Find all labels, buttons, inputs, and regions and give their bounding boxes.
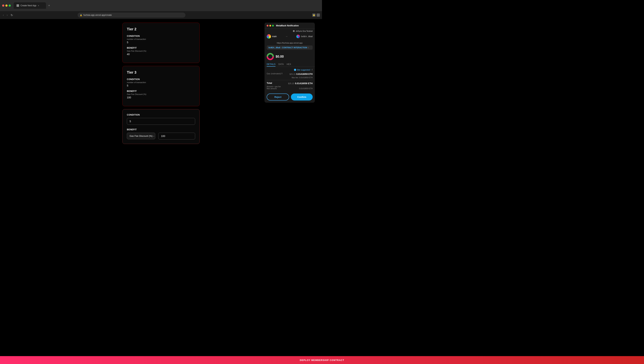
tiers-container: Tier 2 CONDITION number of transaction 5… — [122, 22, 200, 144]
mm-max-fee-row: Max fee: 0.01418059 ETH — [267, 77, 313, 78]
mm-divider — [267, 80, 313, 80]
menu-icon[interactable]: ⋯ — [316, 14, 320, 17]
tab-title: Create Next App — [21, 4, 36, 7]
address-bar[interactable]: 🔒 fuchsia-app.vercel.app/create — [78, 12, 185, 18]
mm-maxamount-row: Max amount: 0.01418059 ETH — [267, 88, 313, 90]
tab-favicon — [17, 4, 19, 7]
tier2-condition-value: 5 — [127, 41, 195, 44]
mm-contract-info-icon: ℹ — [308, 47, 309, 49]
mm-gas-text: Gas — [267, 72, 270, 75]
mm-gas-estimated: (estimated) — [271, 72, 281, 75]
mm-close-btn[interactable] — [267, 25, 268, 26]
mm-from-name: main — [272, 35, 277, 38]
tier3-condition-value: 5 — [127, 84, 195, 87]
back-button[interactable]: ‹ — [2, 13, 5, 18]
new-tab-button[interactable]: + — [48, 4, 50, 8]
mm-site-row: https://fuchsia-app.vercel.app — [264, 40, 315, 46]
mm-minimize-btn[interactable] — [269, 25, 271, 26]
tier3-title: Tier 3 — [127, 70, 195, 74]
form-condition-label: CONDITION — [127, 114, 195, 116]
tier2-condition-sublabel: number of transaction — [127, 38, 195, 40]
mm-to-address: 0x9E4...88a8 — [301, 35, 313, 38]
refresh-button[interactable]: ↻ — [10, 13, 14, 18]
tier2-card: Tier 2 CONDITION number of transaction 5… — [122, 22, 200, 63]
mm-total-label: Total — [267, 82, 272, 84]
mm-chevron-right-icon: › — [311, 69, 311, 71]
browser-chrome: Create Next App ✕ + — [0, 0, 322, 11]
select-wrapper: Gas Fee Discount (%) — [127, 133, 156, 140]
mm-tab-details[interactable]: DETAILS — [267, 62, 275, 66]
mm-total-row: Total $25.15 0.01418059 ETH — [267, 82, 313, 85]
mm-site-url: https://fuchsia-app.vercel.app — [277, 42, 302, 44]
tier3-condition-label: CONDITION — [127, 78, 195, 80]
mm-network-label: zkSync Era Testnet — [296, 30, 313, 32]
tab-close-icon[interactable]: ✕ — [38, 5, 39, 7]
mm-tab-data[interactable]: DATA — [278, 62, 284, 66]
minimize-button[interactable] — [6, 4, 8, 7]
mm-pie-chart — [267, 53, 274, 60]
mm-maxamount-value: 0.01418059 ETH — [299, 88, 313, 90]
mm-site-icon: 🌐 — [294, 69, 296, 71]
mm-gas-usd: $25.15 — [289, 73, 295, 75]
lock-icon: 🔒 — [80, 14, 82, 16]
mm-gas-row: Gas (estimated) ℹ $25.15 0.01418059 ETH — [267, 72, 313, 76]
mm-gas-label: Gas (estimated) ℹ — [267, 72, 282, 75]
tier3-benefit-sublabel: Gas Fee Discount (%) — [127, 93, 195, 95]
mm-total-usd: $25.15 — [288, 82, 294, 84]
traffic-lights — [2, 4, 11, 7]
mm-contract-text: 0x9E4...88a8 : CONTRACT INTERACTION — [268, 46, 307, 49]
address-bar-row: ‹ › ↻ 🔒 fuchsia-app.vercel.app/create ⭐ … — [0, 11, 322, 19]
mm-tab-hex[interactable]: HEX — [287, 62, 291, 66]
confirm-button[interactable]: Confirm — [291, 94, 313, 100]
tier2-title: Tier 2 — [127, 27, 195, 31]
mm-site-suggested-text[interactable]: Site suggested — [297, 69, 310, 71]
mm-expand-btn[interactable] — [272, 25, 274, 26]
benefit-row: Gas Fee Discount (%) — [127, 133, 195, 140]
tier2-benefit-sublabel: Gas Fee Discount (%) — [127, 50, 195, 52]
mm-account-to: 0x9E4...88a8 — [296, 35, 313, 38]
mm-amount-value: $0.00 — [276, 55, 284, 58]
mm-details-panel: 🌐 Site suggested › ℹ Gas (estimated) ℹ $… — [264, 67, 315, 94]
maximize-button[interactable] — [9, 4, 11, 7]
mm-amount-row: $0.00 — [264, 51, 315, 62]
condition-input[interactable] — [127, 118, 195, 125]
mm-info-icon: ℹ — [312, 68, 313, 71]
form-benefit-label: BENEFIT — [127, 128, 195, 131]
mm-accounts-row: main → 0x9E4...88a8 — [264, 33, 315, 40]
mm-to-avatar — [296, 35, 300, 38]
mm-network-dot — [293, 30, 295, 32]
mm-total-eth: 0.01418059 ETH — [295, 82, 313, 85]
tier3-benefit-value: 100 — [127, 96, 195, 99]
browser-actions: ⭐ ⋯ — [312, 14, 320, 17]
tier2-condition-label: CONDITION — [127, 35, 195, 37]
page-content: Tier 2 CONDITION number of transaction 5… — [0, 22, 322, 144]
tier2-benefit-value: 40 — [127, 53, 195, 56]
mm-buttons: Reject Confirm — [264, 94, 315, 103]
mm-max-fee-label: Max fee: — [292, 77, 298, 78]
browser-tab[interactable]: Create Next App ✕ — [14, 2, 46, 9]
url-text: fuchsia-app.vercel.app/create — [83, 14, 112, 16]
mm-site-suggested-row: 🌐 Site suggested › ℹ — [267, 68, 313, 71]
benefit-value-input[interactable] — [158, 133, 195, 140]
main-content: Tier 2 CONDITION number of transaction 5… — [0, 19, 322, 174]
mm-max-fee-value: 0.01418059 ETH — [299, 77, 313, 78]
mm-gas-values: $25.15 0.01418059 ETH — [289, 72, 313, 76]
mm-from-avatar — [267, 34, 271, 38]
mm-amount-gas-label: Amount + gas fee — [267, 86, 313, 88]
forward-button[interactable]: › — [6, 13, 8, 18]
mm-gas-eth: 0.01418059 ETH — [296, 73, 313, 76]
mm-gas-info-icon: ℹ — [281, 72, 282, 75]
tier2-benefit-label: BENEFIT — [127, 47, 195, 49]
mm-traffic-lights — [267, 25, 274, 26]
mm-network-row: zkSync Era Testnet — [264, 29, 315, 33]
mm-contract-badge: 0x9E4...88a8 : CONTRACT INTERACTION ℹ — [267, 46, 313, 50]
mm-total-values: $25.15 0.01418059 ETH — [288, 82, 313, 85]
extension-icon[interactable]: ⭐ — [312, 14, 315, 17]
reject-button[interactable]: Reject — [267, 94, 289, 100]
benefit-select[interactable]: Gas Fee Discount (%) — [127, 133, 155, 139]
mm-header: MetaMask Notification — [264, 22, 315, 29]
mm-title: MetaMask Notification — [276, 24, 299, 27]
close-button[interactable] — [2, 4, 4, 7]
form-card: CONDITION BENEFIT Gas Fee Discount (%) — [122, 109, 200, 144]
tier3-condition-sublabel: number of transaction — [127, 81, 195, 84]
